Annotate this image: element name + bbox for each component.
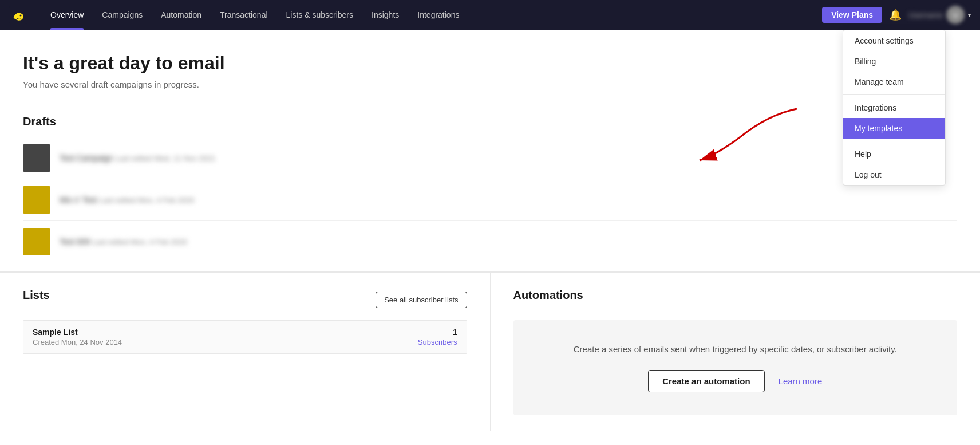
automations-header: Automations [513, 289, 958, 311]
navbar: Overview Campaigns Automation Transactio… [0, 0, 980, 30]
draft-thumbnail [23, 186, 50, 214]
list-count-label: Subscribers [418, 338, 457, 346]
draft-item[interactable]: Test Campaign Last edited Wed, 11 Nov 20… [23, 137, 957, 179]
draft-thumbnail [23, 144, 50, 172]
avatar: U [946, 6, 965, 24]
dropdown-divider-1 [843, 94, 945, 95]
draft-item[interactable]: Mix n' Test Last edited Mon, 4 Feb 2020 [23, 179, 957, 221]
hero-subtitle: You have several draft campaigns in prog… [23, 80, 957, 89]
nav-integrations[interactable]: Integrations [408, 0, 468, 30]
svg-point-1 [20, 15, 22, 17]
draft-date: Last edited Mon, 4 Feb 2020 [92, 238, 187, 246]
draft-name: Test 009 [60, 237, 90, 246]
automations-body: Create a series of emails sent when trig… [513, 320, 958, 415]
nav-automation[interactable]: Automation [152, 0, 211, 30]
draft-date: Last edited Mon, 4 Feb 2020 [100, 196, 195, 204]
list-name: Sample List [33, 328, 122, 337]
hero-title: It's a great day to email [23, 53, 957, 74]
nav-logo [9, 6, 27, 24]
list-created: Created Mon, 24 Nov 2014 [33, 338, 122, 346]
list-row[interactable]: Sample List Created Mon, 24 Nov 2014 1 S… [23, 320, 467, 354]
bottom-sections: Lists See all subscriber lists Sample Li… [0, 272, 980, 431]
lists-header: Lists See all subscriber lists [23, 289, 467, 311]
draft-info: Test Campaign Last edited Wed, 11 Nov 20… [60, 153, 957, 163]
dropdown-integrations[interactable]: Integrations [843, 97, 945, 118]
dropdown-divider-2 [843, 141, 945, 141]
dropdown-logout[interactable]: Log out [843, 164, 945, 185]
draft-thumbnail [23, 228, 50, 255]
lists-title: Lists [23, 289, 50, 302]
nav-insights[interactable]: Insights [362, 0, 408, 30]
dropdown-manage-team[interactable]: Manage team [843, 72, 945, 92]
dropdown-help[interactable]: Help [843, 144, 945, 164]
list-info: Sample List Created Mon, 24 Nov 2014 [33, 328, 122, 346]
nav-transactional[interactable]: Transactional [211, 0, 277, 30]
hero-section: It's a great day to email You have sever… [0, 30, 980, 101]
automations-title: Automations [513, 289, 583, 302]
create-automation-button[interactable]: Create an automation [648, 370, 764, 392]
main-content: It's a great day to email You have sever… [0, 30, 980, 445]
nav-campaigns[interactable]: Campaigns [93, 0, 152, 30]
dropdown-account-settings[interactable]: Account settings [843, 30, 945, 51]
automations-description: Create a series of emails sent when trig… [532, 343, 939, 356]
lists-section: Lists See all subscriber lists Sample Li… [0, 272, 491, 431]
dropdown-my-templates[interactable]: My templates [843, 118, 945, 139]
automations-section: Automations Create a series of emails se… [491, 272, 981, 431]
dropdown-menu: Account settings Billing Manage team Int… [843, 30, 946, 186]
automations-actions: Create an automation Learn more [532, 370, 939, 392]
nav-lists-subscribers[interactable]: Lists & subscribers [277, 0, 362, 30]
learn-more-link[interactable]: Learn more [779, 376, 823, 386]
see-all-lists-button[interactable]: See all subscriber lists [376, 292, 467, 308]
user-name: Username [908, 11, 943, 19]
list-count-number: 1 [418, 328, 457, 337]
nav-links: Overview Campaigns Automation Transactio… [41, 0, 822, 30]
nav-right: View Plans 🔔 Username U ▾ [822, 6, 971, 24]
draft-name: Mix n' Test [60, 195, 97, 204]
bell-icon[interactable]: 🔔 [889, 9, 902, 21]
draft-info: Test 009 Last edited Mon, 4 Feb 2020 [60, 237, 957, 247]
chevron-down-icon: ▾ [968, 12, 971, 18]
dropdown-billing[interactable]: Billing [843, 51, 945, 72]
user-area[interactable]: Username U ▾ [908, 6, 971, 24]
draft-name: Test Campaign [60, 153, 113, 163]
drafts-section: Drafts Test Campaign Last edited Wed, 11… [0, 101, 980, 272]
draft-info: Mix n' Test Last edited Mon, 4 Feb 2020 [60, 195, 957, 205]
nav-overview[interactable]: Overview [41, 0, 93, 30]
drafts-title: Drafts [23, 115, 957, 128]
draft-date: Last edited Wed, 11 Nov 2021 [116, 154, 216, 163]
view-plans-button[interactable]: View Plans [822, 7, 882, 23]
list-count: 1 Subscribers [418, 328, 457, 346]
draft-item[interactable]: Test 009 Last edited Mon, 4 Feb 2020 [23, 221, 957, 262]
